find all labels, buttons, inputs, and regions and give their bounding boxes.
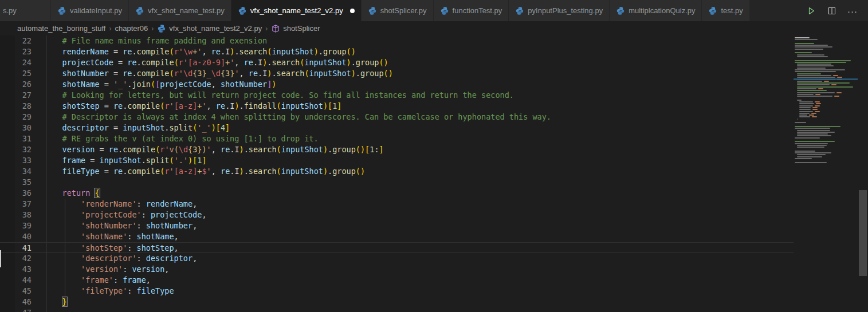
code-line-36[interactable]: 36return {: [0, 188, 794, 199]
minimap-line: [794, 94, 858, 95]
tab-functionTest.py[interactable]: functionTest.py: [434, 0, 509, 21]
code-line-31[interactable]: 31# RE grabs the v (at index 0) so using…: [0, 133, 794, 144]
symbol-method-icon: [271, 24, 280, 33]
minimap-line: [794, 149, 858, 150]
python-icon: [57, 6, 66, 15]
minimap-line: [794, 68, 858, 69]
code-line-33[interactable]: 33frame = inputShot.split('.')[1]: [0, 155, 794, 166]
code-line-37[interactable]: 37'renderName': renderName,: [0, 199, 794, 210]
minimap-line: [794, 81, 858, 82]
tab-label: vfx_shot_name_test2_v2.py: [250, 6, 343, 15]
minimap-line: [794, 90, 858, 91]
code-text: shotStep = re.compile(r'[a-z]+', re.I).f…: [44, 101, 341, 112]
tab-label: vfx_shot_name_test.py: [148, 6, 225, 15]
code-line-46[interactable]: 46}: [0, 297, 794, 307]
scrollbar-thumb[interactable]: [859, 190, 867, 276]
breadcrumb-label: automate_the_boring_stuff: [17, 24, 105, 33]
tab-label: functionTest.py: [453, 6, 502, 15]
code-line-42[interactable]: 42'descriptor': descriptor,: [0, 253, 794, 264]
minimap-line: [794, 114, 858, 116]
tab-s.py[interactable]: s.py: [0, 0, 51, 21]
python-icon: [616, 6, 625, 15]
minimap-line: [794, 119, 858, 120]
tab-vfx_shot_name_test.py[interactable]: vfx_shot_name_test.py: [129, 0, 231, 21]
code-line-47[interactable]: 47: [0, 307, 794, 312]
line-number: 36: [0, 188, 44, 199]
minimap-line: [794, 49, 858, 50]
minimap-current-line-band: [794, 78, 858, 80]
left-edge-mark: [0, 250, 1, 267]
code-text: projectCode = re.compile(r'[a-z0-9]+', r…: [44, 57, 388, 68]
minimap-line: [794, 145, 858, 146]
code-line-35[interactable]: 35: [0, 177, 794, 188]
python-icon: [157, 24, 166, 33]
editor-actions: ···: [796, 0, 868, 21]
code-text: 'frame': frame,: [44, 275, 151, 286]
code-line-38[interactable]: 38'projectCode': projectCode,: [0, 210, 794, 220]
code-line-24[interactable]: 24projectCode = re.compile(r'[a-z0-9]+',…: [0, 57, 794, 68]
minimap-line: [794, 141, 858, 142]
vertical-scrollbar[interactable]: [858, 35, 868, 312]
code-line-28[interactable]: 28shotStep = re.compile(r'[a-z]+', re.I)…: [0, 101, 794, 112]
tab-pyInputPlus_testing.py[interactable]: pyInputPlus_testing.py: [509, 0, 610, 21]
code-text: version = re.compile(r'v(\d{3})', re.I).…: [44, 144, 384, 155]
tab-label: multiplcationQuiz.py: [629, 6, 695, 15]
tab-vfx_shot_name_test2_v2.py[interactable]: vfx_shot_name_test2_v2.py: [231, 0, 362, 21]
code-line-45[interactable]: 45'fileType': fileType: [0, 286, 794, 297]
minimap[interactable]: [794, 35, 858, 312]
breadcrumb-item-automate_the_boring_stuff[interactable]: automate_the_boring_stuff: [17, 24, 105, 33]
minimap-line: [794, 88, 858, 89]
tab-shotSplicer.py[interactable]: shotSplicer.py: [362, 0, 434, 21]
minimap-line: [794, 116, 858, 117]
code-text: # Descriptor is always at index 4 when s…: [44, 112, 551, 123]
tab-label: test.py: [721, 6, 743, 15]
breadcrumb-item-shotSplicer[interactable]: shotSplicer: [271, 24, 320, 33]
play-icon: [807, 6, 816, 15]
tab-label: validateInput.py: [70, 6, 122, 15]
code-line-34[interactable]: 34fileType = re.compile(r'[a-z]+$', re.I…: [0, 166, 794, 177]
minimap-line: [794, 69, 858, 70]
breadcrumb-item-chapter06[interactable]: chapter06: [115, 24, 148, 33]
run-button[interactable]: [804, 3, 819, 18]
minimap-line: [794, 107, 858, 108]
code-text: frame = inputShot.split('.')[1]: [44, 155, 207, 166]
code-line-39[interactable]: 39'shotNumber': shotNumber,: [0, 220, 794, 231]
code-line-23[interactable]: 23renderName = re.compile(r'\w+', re.I).…: [0, 46, 794, 57]
minimap-line: [794, 37, 858, 38]
code-line-27[interactable]: 27# Looking for letters, but will return…: [0, 90, 794, 101]
modified-dot[interactable]: [350, 9, 355, 13]
code-line-41[interactable]: 41'shotStep': shotStep,: [0, 242, 794, 253]
tab-test.py[interactable]: test.py: [702, 0, 749, 21]
minimap-line: [794, 50, 858, 52]
tab-bar: s.pyvalidateInput.pyvfx_shot_name_test.p…: [0, 0, 868, 21]
code-line-40[interactable]: 40'shotName': shotName,: [0, 231, 794, 242]
line-number: 35: [0, 177, 44, 188]
line-number: 45: [0, 286, 44, 297]
minimap-line: [794, 56, 858, 57]
minimap-line: [794, 120, 858, 121]
code-line-44[interactable]: 44'frame': frame,: [0, 275, 794, 286]
code-line-30[interactable]: 30descriptor = inputShot.split('_')[4]: [0, 123, 794, 133]
code-line-26[interactable]: 26shotName = '_'.join([projectCode, shot…: [0, 79, 794, 90]
breadcrumb-item-vfx_shot_name_test2_v2.py[interactable]: vfx_shot_name_test2_v2.py: [157, 24, 262, 33]
line-number: 39: [0, 220, 44, 231]
code-line-32[interactable]: 32version = re.compile(r'v(\d{3})', re.I…: [0, 144, 794, 155]
minimap-line: [794, 41, 858, 42]
code-line-43[interactable]: 43'version': version,: [0, 264, 794, 275]
minimap-line: [794, 154, 858, 155]
code-line-22[interactable]: 22# File name minus frame padding and ex…: [0, 35, 794, 46]
minimap-line: [794, 45, 858, 46]
editor[interactable]: 22# File name minus frame padding and ex…: [0, 35, 868, 312]
code-area[interactable]: 22# File name minus frame padding and ex…: [0, 35, 794, 312]
minimap-line: [794, 39, 858, 40]
code-text: renderName = re.compile(r'\w+', re.I).se…: [44, 46, 356, 57]
line-number: 43: [0, 264, 44, 275]
split-editor-button[interactable]: [824, 3, 839, 18]
more-actions-button[interactable]: ···: [845, 3, 860, 18]
tab-validateInput.py[interactable]: validateInput.py: [51, 0, 129, 21]
code-line-29[interactable]: 29# Descriptor is always at index 4 when…: [0, 112, 794, 123]
code-text: 'fileType': fileType: [44, 286, 174, 297]
line-number: 32: [0, 144, 44, 155]
code-line-25[interactable]: 25shotNumber = re.compile(r'\d{3}_\d{3}'…: [0, 68, 794, 79]
tab-multiplcationQuiz.py[interactable]: multiplcationQuiz.py: [610, 0, 702, 21]
